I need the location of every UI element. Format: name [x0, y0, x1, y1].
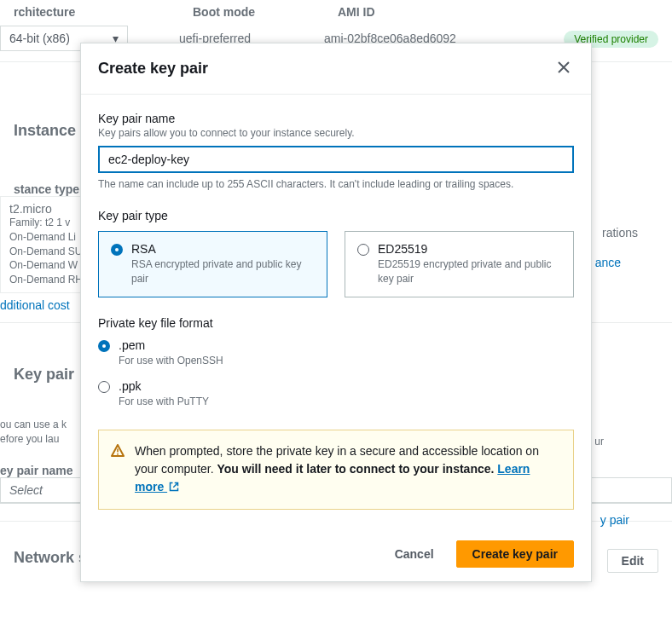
warning-icon	[111, 444, 125, 497]
name-label: Key pair name	[98, 112, 574, 125]
svg-rect-1	[117, 453, 119, 455]
ed-desc: ED25519 encrypted private and public key…	[378, 257, 561, 286]
key-pair-name-input[interactable]	[98, 146, 574, 173]
ed-title: ED25519	[378, 242, 561, 256]
rsa-title: RSA	[131, 242, 315, 256]
radio-icon	[98, 381, 110, 393]
alert-text: When prompted, store the private key in …	[135, 442, 561, 497]
radio-pem[interactable]: .pem For use with OpenSSH	[98, 338, 574, 368]
modal-overlay: Create key pair Key pair name Key pairs …	[0, 0, 672, 635]
close-button[interactable]	[553, 57, 574, 80]
rsa-desc: RSA encrypted private and public key pai…	[131, 257, 315, 286]
radio-ed25519[interactable]: ED25519 ED25519 encrypted private and pu…	[345, 231, 574, 297]
name-hint: The name can include up to 255 ASCII cha…	[98, 178, 574, 190]
close-icon	[557, 61, 571, 74]
cancel-button[interactable]: Cancel	[381, 540, 448, 568]
modal-title: Create key pair	[98, 60, 208, 78]
format-label: Private key file format	[98, 316, 574, 330]
modal-footer: Cancel Create key pair	[81, 527, 591, 581]
modal-body: Key pair name Key pairs allow you to con…	[81, 95, 591, 527]
radio-rsa[interactable]: RSA RSA encrypted private and public key…	[98, 231, 327, 297]
svg-rect-0	[117, 449, 119, 453]
radio-ppk[interactable]: .ppk For use with PuTTY	[98, 379, 574, 409]
external-link-icon	[169, 479, 179, 497]
pem-title: .pem	[119, 338, 223, 352]
type-label: Key pair type	[98, 209, 574, 222]
ppk-title: .ppk	[119, 379, 209, 393]
name-desc: Key pairs allow you to connect to your i…	[98, 127, 574, 139]
modal-header: Create key pair	[81, 43, 591, 95]
radio-icon	[98, 340, 110, 352]
create-key-pair-button[interactable]: Create key pair	[456, 540, 574, 568]
radio-icon	[357, 244, 369, 256]
ppk-desc: For use with PuTTY	[119, 395, 209, 409]
pem-desc: For use with OpenSSH	[119, 354, 223, 368]
warning-alert: When prompted, store the private key in …	[98, 430, 574, 510]
radio-icon	[111, 244, 123, 256]
create-key-pair-modal: Create key pair Key pair name Key pairs …	[80, 43, 592, 582]
